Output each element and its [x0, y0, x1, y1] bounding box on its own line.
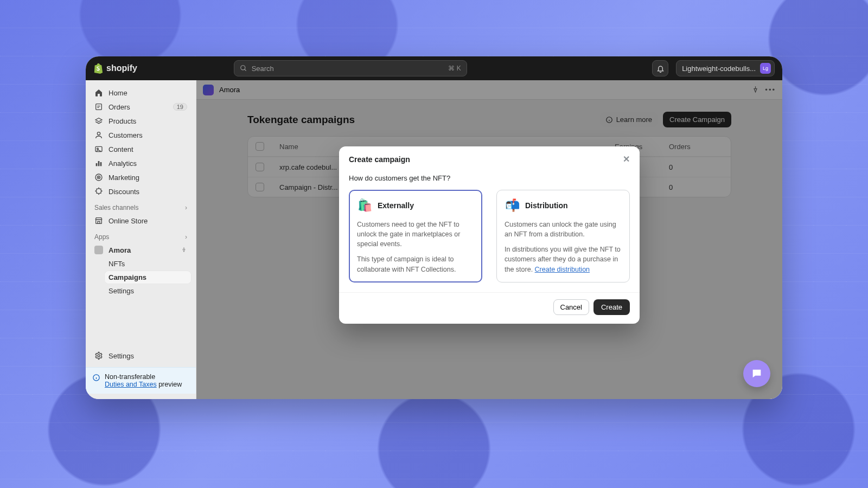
chat-icon [751, 368, 763, 380]
search-placeholder: Search [252, 65, 444, 73]
nav-products[interactable]: Products [90, 114, 192, 128]
apps-header[interactable]: Apps› [90, 228, 192, 243]
chat-fab[interactable] [743, 360, 770, 387]
nav-online-store[interactable]: Online Store [90, 214, 192, 228]
nav-discounts[interactable]: Discounts [90, 184, 192, 198]
brand-text: shopify [106, 63, 137, 73]
modal-question: How do customers get the NFT? [349, 174, 630, 182]
search-icon [240, 65, 247, 72]
content-icon [94, 145, 103, 153]
topbar: shopify Search ⌘ K Lightweight-codebulls… [86, 56, 782, 80]
create-distribution-link[interactable]: Create distribution [535, 266, 590, 273]
notifications-button[interactable] [652, 60, 668, 76]
svg-point-3 [97, 132, 100, 135]
svg-rect-2 [96, 104, 102, 110]
option-distribution[interactable]: 📬 Distribution Customers can unlock the … [496, 190, 630, 282]
cancel-button[interactable]: Cancel [553, 299, 589, 315]
app-window: shopify Search ⌘ K Lightweight-codebulls… [86, 56, 782, 399]
gear-icon [94, 351, 103, 360]
option-externally[interactable]: 🛍️ Externally Customers need to get the … [349, 190, 482, 282]
nav-settings[interactable]: Settings [90, 349, 192, 363]
sales-channels-header[interactable]: Sales channels› [90, 198, 192, 214]
svg-point-5 [97, 148, 99, 150]
account-menu[interactable]: Lightweight-codebulls... Lg [676, 60, 775, 76]
nav-app-settings[interactable]: Settings [104, 284, 192, 298]
global-search[interactable]: Search ⌘ K [234, 60, 467, 76]
svg-rect-13 [98, 221, 100, 223]
shopify-bag-icon [93, 63, 103, 74]
pin-icon[interactable] [181, 247, 187, 253]
shopify-logo: shopify [93, 63, 137, 74]
svg-point-11 [98, 177, 99, 177]
svg-line-1 [244, 69, 246, 71]
customers-icon [94, 131, 103, 139]
callout-link[interactable]: Duties and Taxes [105, 381, 157, 388]
marketing-icon [94, 173, 103, 182]
nav-orders[interactable]: Orders19 [90, 100, 192, 114]
search-shortcut: ⌘ K [448, 65, 461, 72]
externally-icon: 🛍️ [357, 198, 372, 213]
svg-rect-7 [98, 161, 100, 166]
nav-marketing[interactable]: Marketing [90, 170, 192, 184]
analytics-icon [94, 159, 103, 168]
info-icon [92, 374, 100, 388]
nav-app-amora[interactable]: Amora [90, 243, 192, 257]
products-icon [94, 117, 103, 125]
svg-rect-8 [100, 162, 102, 166]
nav-customers[interactable]: Customers [90, 128, 192, 142]
chevron-right-icon: › [185, 204, 187, 211]
svg-point-0 [240, 66, 245, 70]
account-label: Lightweight-codebulls... [682, 65, 756, 73]
bell-icon [656, 65, 665, 73]
create-campaign-modal: Create campaign ✕ How do customers get t… [339, 146, 640, 324]
callout-title: Non-transferable [105, 373, 182, 381]
nav-home[interactable]: Home [90, 86, 192, 100]
online-store-icon [94, 216, 103, 225]
distribution-icon: 📬 [505, 198, 520, 213]
home-icon [94, 88, 103, 97]
main-content: Amora ••• Tokengate campaigns Learn more… [196, 80, 782, 399]
app-icon [94, 246, 103, 254]
orders-badge: 19 [173, 103, 187, 111]
nav-content[interactable]: Content [90, 142, 192, 156]
close-icon[interactable]: ✕ [623, 154, 630, 164]
modal-overlay[interactable]: Create campaign ✕ How do customers get t… [196, 80, 782, 399]
sidebar: Home Orders19 Products Customers Content… [86, 80, 196, 399]
nav-analytics[interactable]: Analytics [90, 156, 192, 170]
orders-icon [94, 102, 103, 111]
callout-banner: Non-transferable Duties and Taxes previe… [86, 367, 196, 394]
svg-rect-6 [96, 163, 98, 166]
modal-title: Create campaign [349, 155, 410, 164]
chevron-right-icon: › [185, 233, 187, 241]
discounts-icon [94, 187, 103, 196]
nav-campaigns[interactable]: Campaigns [104, 271, 192, 284]
account-avatar: Lg [760, 63, 771, 74]
svg-point-14 [98, 355, 100, 357]
nav-nfts[interactable]: NFTs [104, 257, 192, 271]
create-button[interactable]: Create [593, 299, 630, 315]
